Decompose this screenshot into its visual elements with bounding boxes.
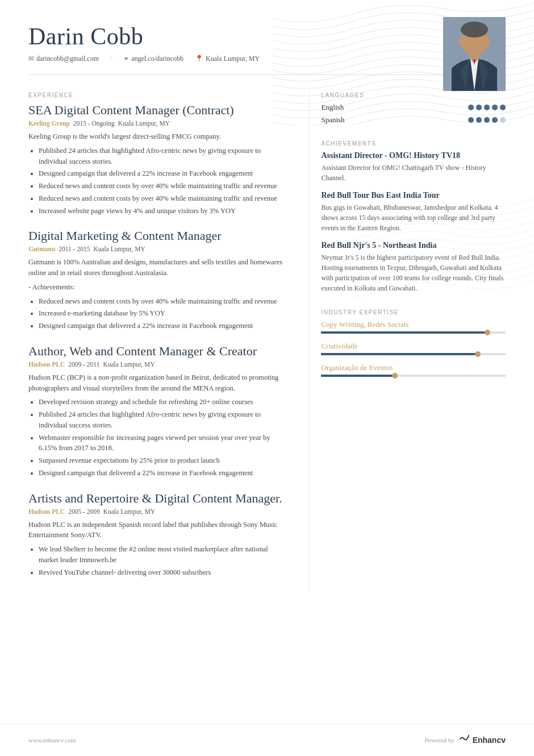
- company-4: Hudson PLC: [28, 508, 65, 515]
- expertise-bar-1: [321, 331, 506, 334]
- company-2: Gutmann: [28, 246, 55, 252]
- expertise-item-3: Organização de Eventos: [321, 363, 506, 377]
- main-content: EXPERIENCE SEA Digital Content Manager (…: [0, 92, 534, 590]
- job-title-1: SEA Digital Content Manager (Contract): [28, 103, 286, 118]
- experience-block-4: Artists and Repertoire & Digital Content…: [28, 491, 286, 578]
- profile-photo: [443, 17, 506, 91]
- portfolio-contact: ⚭ angel.co/darincobb: [123, 55, 183, 63]
- period-3: 2009 - 2011: [68, 361, 99, 368]
- dot-5: [500, 117, 506, 123]
- dot-2: [476, 117, 482, 123]
- expertise-dot-1: [485, 330, 490, 335]
- email-icon: ✉: [28, 55, 34, 63]
- languages-label: LANGUAGES: [321, 92, 506, 98]
- expertise-dot-3: [392, 373, 398, 379]
- job-meta-4: Hudson PLC 2005 - 2009 Kuala Lumpur, MY: [28, 508, 286, 515]
- language-row-english: English: [321, 103, 506, 112]
- achievement-title-3: Red Bull Njr's 5 - Northeast India: [321, 241, 506, 250]
- expertise-bar-2: [321, 353, 506, 355]
- bullet-item: Published 24 articles that highlighted A…: [39, 409, 286, 431]
- job-title-2: Digital Marketing & Content Manager: [28, 229, 286, 243]
- header: Darin Cobb ✉ darincobb@gmail.com / ⚭ ang…: [0, 0, 534, 74]
- job-desc-2: Gutmann is 100% Australian and designs, …: [28, 257, 286, 279]
- bullet-item: Increased website page views by 4% and u…: [39, 206, 286, 217]
- bullets-1: Published 24 articles that highlighted A…: [28, 146, 286, 217]
- brand-name: Enhancv: [473, 736, 506, 745]
- achievements-label: ACHIEVEMENTS: [321, 140, 506, 147]
- language-row-spanish: Spanish: [321, 115, 506, 124]
- bullet-item: Webmaster responsible for increasing pag…: [39, 433, 286, 454]
- bullets-4: We lead Shelterr to become the #2 online…: [28, 544, 286, 578]
- experience-block-2: Digital Marketing & Content Manager Gutm…: [28, 229, 286, 331]
- english-dots: [468, 105, 506, 110]
- link-icon: ⚭: [123, 55, 129, 63]
- dot-4: [492, 117, 498, 123]
- location-contact: 📍 Kuala Lumpur, MY: [195, 55, 260, 63]
- experience-block-3: Author, Web and Content Manager & Creato…: [28, 344, 286, 479]
- separator: /: [110, 55, 112, 63]
- experience-label: EXPERIENCE: [28, 92, 286, 98]
- dot-3: [484, 105, 490, 110]
- achievement-desc-3: Neymar Jr's 5 is the highest participato…: [321, 252, 506, 293]
- bullet-item: Reduced news and content costs by over 4…: [39, 181, 286, 192]
- expertise-bar-3: [321, 375, 506, 377]
- expertise-fill-1: [321, 331, 487, 334]
- company-1: Keeling Group: [28, 120, 70, 127]
- bullet-item: Reduced news and content costs by over 4…: [39, 296, 286, 307]
- job-title-3: Author, Web and Content Manager & Creato…: [28, 344, 286, 359]
- expertise-label-2: Criatividade: [321, 342, 506, 351]
- dot-1: [468, 105, 474, 110]
- period-4: 2005 - 2009: [68, 508, 100, 515]
- dot-4: [492, 105, 498, 110]
- bullet-item: Designed campaign that delivered a 22% i…: [39, 468, 286, 479]
- dot-3: [484, 117, 490, 123]
- email-contact: ✉ darincobb@gmail.com: [28, 55, 99, 63]
- bullet-item: Designed campaign that delivered a 22% i…: [39, 321, 286, 331]
- left-column: EXPERIENCE SEA Digital Content Manager (…: [28, 92, 286, 590]
- spanish-dots: [468, 117, 506, 123]
- svg-point-2: [461, 22, 488, 38]
- location-value: Kuala Lumpur, MY: [206, 55, 260, 63]
- achievement-2: Red Bull Tour Bus East India Tour Bus gi…: [321, 191, 506, 233]
- svg-point-3: [458, 38, 464, 45]
- bullet-item: We lead Shelterr to become the #2 online…: [39, 544, 286, 566]
- location-3: Kuala Lumpur, MY: [103, 361, 155, 368]
- bullet-item: Developed revision strategy and schedule…: [39, 397, 286, 408]
- expertise-dot-2: [475, 351, 481, 357]
- svg-rect-5: [470, 52, 479, 60]
- expertise-fill-2: [321, 353, 478, 355]
- enhancv-logo: Enhancv: [458, 733, 506, 747]
- bullet-item: Reduced news and content costs by over 4…: [39, 193, 286, 204]
- expertise-fill-3: [321, 375, 395, 377]
- company-3: Hudson PLC: [28, 361, 65, 368]
- location-4: Kuala Lumpur, MY: [103, 508, 155, 515]
- expertise-label-3: Organização de Eventos: [321, 363, 506, 372]
- period-1: 2015 - Ongoing: [73, 120, 115, 127]
- job-meta-1: Keeling Group 2015 - Ongoing Kuala Lumpu…: [28, 120, 286, 127]
- achievement-title-1: Assistant Director - OMG! History TV18: [321, 151, 506, 160]
- bullets-2: Reduced news and content costs by over 4…: [28, 296, 286, 331]
- achievement-desc-1: Assistant Director for OMG! Chattisgarh …: [321, 163, 506, 183]
- achievement-desc-2: Bus gigs in Guwahati, Bhubaneswar, Jamsh…: [321, 202, 506, 233]
- achievement-1: Assistant Director - OMG! History TV18 A…: [321, 151, 506, 183]
- job-desc-3: Hudson PLC (BCP) is a non-profit organiz…: [28, 372, 286, 394]
- email-value: darincobb@gmail.com: [36, 55, 99, 63]
- job-meta-3: Hudson PLC 2009 - 2011 Kuala Lumpur, MY: [28, 361, 286, 368]
- photo-placeholder: [443, 17, 506, 91]
- bullet-item: Revived YouTube channel- delivering over…: [39, 567, 286, 578]
- achievements-intro: - Achievements:: [28, 282, 286, 293]
- bullet-item: Designed campaign that delivered a 22% i…: [39, 168, 286, 179]
- portfolio-value: angel.co/darincobb: [131, 55, 183, 63]
- dot-1: [468, 117, 474, 123]
- expertise-label-1: Copy Writting, Redes Sociais: [321, 320, 506, 329]
- footer-url: www.enhancv.com: [28, 737, 76, 743]
- achievements-section: ACHIEVEMENTS Assistant Director - OMG! H…: [321, 140, 506, 293]
- expertise-item-2: Criatividade: [321, 342, 506, 355]
- period-2: 2011 - 2015: [59, 246, 90, 252]
- enhancv-check-icon: [458, 733, 470, 747]
- job-desc-4: Hudson PLC is an independent Spanish rec…: [28, 520, 286, 541]
- candidate-name: Darin Cobb: [28, 23, 506, 50]
- dot-5: [500, 105, 506, 110]
- expertise-label: INDUSTRY EXPERTISE: [321, 309, 506, 315]
- achievement-title-2: Red Bull Tour Bus East India Tour: [321, 191, 506, 200]
